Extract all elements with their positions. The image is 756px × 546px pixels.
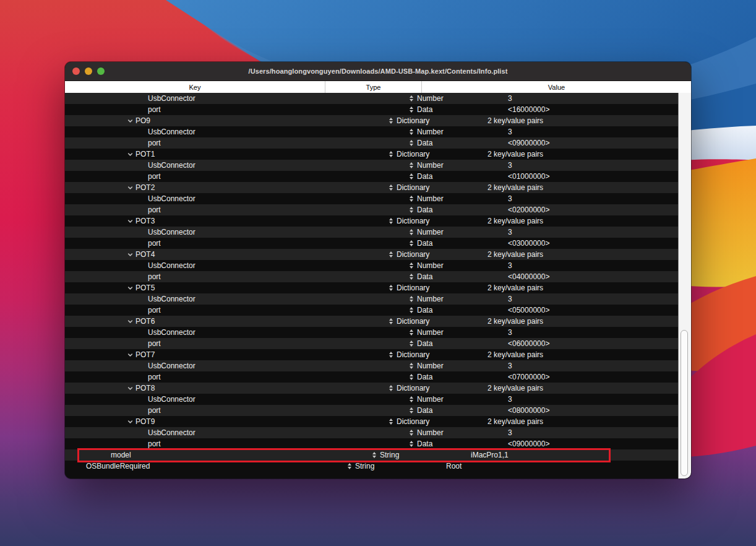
column-header-value[interactable]: Value bbox=[422, 81, 691, 93]
row-value-label[interactable]: 3 bbox=[505, 295, 679, 303]
row-type-cell[interactable]: Number bbox=[408, 428, 505, 437]
table-row[interactable]: port Data <01000000> bbox=[65, 171, 679, 182]
type-stepper-icon[interactable] bbox=[409, 262, 413, 269]
table-row[interactable]: UsbConnector Number 3 bbox=[65, 293, 679, 305]
row-value-label[interactable]: <04000000> bbox=[505, 272, 679, 281]
type-stepper-icon[interactable] bbox=[389, 385, 393, 391]
disclosure-chevron-icon[interactable] bbox=[127, 185, 133, 191]
row-type-cell[interactable]: String bbox=[371, 451, 468, 459]
row-value-label[interactable]: <09000000> bbox=[505, 440, 679, 448]
row-type-cell[interactable]: Number bbox=[408, 362, 505, 370]
disclosure-chevron-icon[interactable] bbox=[127, 252, 133, 258]
row-type-cell[interactable]: Data bbox=[408, 440, 505, 448]
type-stepper-icon[interactable] bbox=[409, 196, 413, 202]
row-type-cell[interactable]: Dictionary bbox=[387, 350, 484, 359]
table-row[interactable]: POT7 Dictionary 2 key/value pairs bbox=[65, 349, 679, 360]
row-value-label[interactable]: 2 key/value pairs bbox=[484, 350, 679, 359]
row-type-cell[interactable]: Data bbox=[408, 373, 505, 381]
table-row[interactable]: port Data <03000000> bbox=[65, 238, 679, 249]
type-stepper-icon[interactable] bbox=[409, 274, 413, 280]
type-stepper-icon[interactable] bbox=[389, 218, 393, 224]
table-row[interactable]: port Data <09000000> bbox=[65, 438, 679, 449]
row-value-label[interactable]: 3 bbox=[505, 395, 679, 404]
row-value-label[interactable]: Root bbox=[443, 462, 679, 470]
row-value-label[interactable]: 3 bbox=[505, 228, 679, 236]
table-row[interactable]: UsbConnector Number 3 bbox=[65, 360, 679, 371]
table-row[interactable]: port Data <02000000> bbox=[65, 204, 679, 215]
row-value-label[interactable]: 2 key/value pairs bbox=[484, 183, 679, 192]
row-type-cell[interactable]: Number bbox=[408, 128, 505, 136]
type-stepper-icon[interactable] bbox=[409, 240, 413, 246]
column-header-key[interactable]: Key bbox=[65, 81, 325, 93]
row-value-label[interactable]: <09000000> bbox=[505, 139, 679, 147]
row-value-label[interactable]: 2 key/value pairs bbox=[484, 317, 679, 326]
row-value-label[interactable]: 3 bbox=[505, 128, 679, 136]
row-type-cell[interactable]: Data bbox=[408, 306, 505, 314]
type-stepper-icon[interactable] bbox=[347, 463, 351, 469]
table-row[interactable]: UsbConnector Number 3 bbox=[65, 427, 679, 438]
close-button[interactable] bbox=[72, 67, 80, 75]
table-row[interactable]: POT5 Dictionary 2 key/value pairs bbox=[65, 282, 679, 293]
row-type-cell[interactable]: Data bbox=[408, 206, 505, 214]
row-value-label[interactable]: <03000000> bbox=[505, 239, 679, 248]
table-row[interactable]: port Data <07000000> bbox=[65, 371, 679, 383]
type-stepper-icon[interactable] bbox=[409, 396, 413, 402]
disclosure-chevron-icon[interactable] bbox=[127, 152, 133, 157]
table-row[interactable]: port Data <16000000> bbox=[65, 104, 679, 115]
table-row[interactable]: port Data <06000000> bbox=[65, 338, 679, 349]
type-stepper-icon[interactable] bbox=[389, 118, 393, 124]
row-value-label[interactable]: 2 key/value pairs bbox=[484, 116, 679, 125]
type-stepper-icon[interactable] bbox=[409, 307, 413, 313]
type-stepper-icon[interactable] bbox=[409, 106, 413, 113]
type-stepper-icon[interactable] bbox=[409, 407, 413, 414]
row-value-label[interactable]: 3 bbox=[505, 161, 679, 170]
type-stepper-icon[interactable] bbox=[409, 207, 413, 213]
row-value-label[interactable]: 3 bbox=[505, 428, 679, 437]
table-row[interactable]: POT3 Dictionary 2 key/value pairs bbox=[65, 215, 679, 227]
table-row[interactable]: UsbConnector Number 3 bbox=[65, 394, 679, 405]
row-type-cell[interactable]: String bbox=[346, 462, 443, 470]
table-row[interactable]: UsbConnector Number 3 bbox=[65, 260, 679, 271]
type-stepper-icon[interactable] bbox=[409, 441, 413, 447]
zoom-button[interactable] bbox=[97, 67, 105, 75]
row-value-label[interactable]: 3 bbox=[505, 194, 679, 203]
row-type-cell[interactable]: Data bbox=[408, 105, 505, 114]
row-value-label[interactable]: <16000000> bbox=[505, 105, 679, 114]
row-value-label[interactable]: 2 key/value pairs bbox=[484, 417, 679, 426]
type-stepper-icon[interactable] bbox=[389, 318, 393, 324]
table-row[interactable]: OSBundleRequired String Root bbox=[65, 461, 679, 472]
table-row[interactable]: POT2 Dictionary 2 key/value pairs bbox=[65, 182, 679, 193]
row-type-cell[interactable]: Data bbox=[408, 272, 505, 281]
row-value-label[interactable]: 3 bbox=[505, 362, 679, 370]
table-row[interactable]: POT9 Dictionary 2 key/value pairs bbox=[65, 416, 679, 427]
type-stepper-icon[interactable] bbox=[409, 296, 413, 302]
row-value-label[interactable]: 2 key/value pairs bbox=[484, 217, 679, 225]
table-row[interactable]: model String iMacPro1,1 bbox=[65, 449, 679, 461]
disclosure-chevron-icon[interactable] bbox=[127, 352, 133, 358]
row-type-cell[interactable]: Data bbox=[408, 172, 505, 181]
type-stepper-icon[interactable] bbox=[409, 229, 413, 235]
type-stepper-icon[interactable] bbox=[389, 352, 393, 358]
row-value-label[interactable]: 3 bbox=[505, 94, 679, 103]
table-row[interactable]: UsbConnector Number 3 bbox=[65, 193, 679, 204]
row-type-cell[interactable]: Dictionary bbox=[387, 116, 484, 125]
row-type-cell[interactable]: Data bbox=[408, 139, 505, 147]
table-row[interactable]: UsbConnector Number 3 bbox=[65, 327, 679, 338]
row-type-cell[interactable]: Dictionary bbox=[387, 284, 484, 292]
table-row[interactable]: port Data <09000000> bbox=[65, 137, 679, 149]
disclosure-chevron-icon[interactable] bbox=[127, 285, 133, 291]
table-row[interactable]: port Data <05000000> bbox=[65, 305, 679, 316]
table-row[interactable]: UsbConnector Number 3 bbox=[65, 160, 679, 171]
table-row[interactable]: UsbConnector Number 3 bbox=[65, 227, 679, 238]
type-stepper-icon[interactable] bbox=[409, 140, 413, 146]
disclosure-chevron-icon[interactable] bbox=[127, 386, 133, 391]
table-row[interactable]: POT6 Dictionary 2 key/value pairs bbox=[65, 316, 679, 327]
row-type-cell[interactable]: Number bbox=[408, 194, 505, 203]
row-value-label[interactable]: <01000000> bbox=[505, 172, 679, 181]
table-row[interactable]: port Data <08000000> bbox=[65, 405, 679, 416]
row-value-label[interactable]: <08000000> bbox=[505, 406, 679, 415]
disclosure-chevron-icon[interactable] bbox=[127, 118, 133, 124]
row-type-cell[interactable]: Data bbox=[408, 339, 505, 348]
row-type-cell[interactable]: Dictionary bbox=[387, 317, 484, 326]
row-value-label[interactable]: <06000000> bbox=[505, 339, 679, 348]
